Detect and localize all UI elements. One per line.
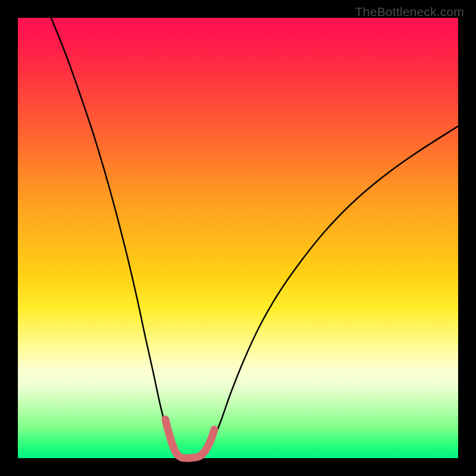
chart-frame: TheBottleneck.com xyxy=(0,0,476,476)
curve-layer xyxy=(0,0,476,476)
best-fit-marker xyxy=(165,419,214,458)
bottleneck-curve xyxy=(51,18,458,458)
